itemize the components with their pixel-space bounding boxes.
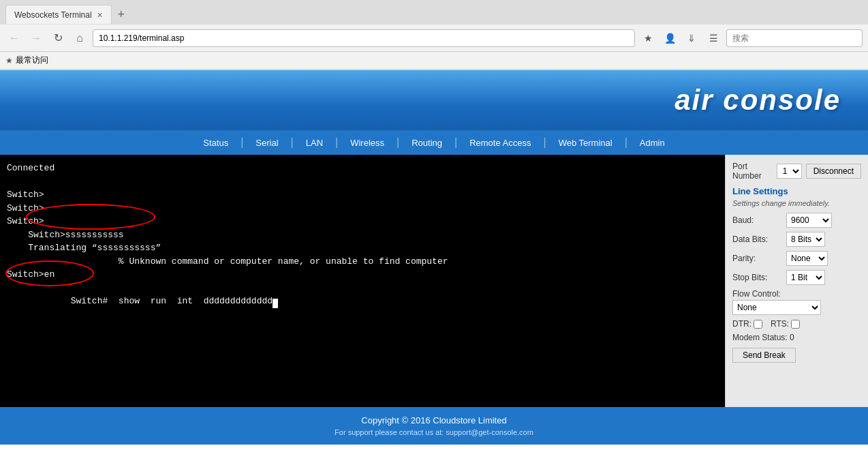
rts-item: RTS: <box>771 319 800 329</box>
terminal-line-9: Switch# show run int ddddddddddddd <box>7 282 718 322</box>
browser-chrome: Websockets Terminal × + ← → ↻ ⌂ ★ 👤 ⇓ ☰ … <box>0 0 868 70</box>
tab-title: Websockets Terminal <box>14 10 92 20</box>
baud-row: Baud: 9600 1200 2400 4800 19200 38400 57… <box>732 213 861 228</box>
active-tab[interactable]: Websockets Terminal × <box>5 5 112 24</box>
reload-button[interactable]: ↻ <box>49 29 67 47</box>
parity-row: Parity: None Even Odd Mark Space <box>732 251 861 266</box>
nav-serial[interactable]: Serial <box>243 130 290 155</box>
nav-routing[interactable]: Routing <box>399 130 454 155</box>
site-nav: Status | Serial | LAN | Wireless | Routi… <box>0 130 868 155</box>
stop-bits-select[interactable]: 1 Bit 2 Bits <box>786 270 825 285</box>
settings-note: Settings change immediately. <box>732 199 861 207</box>
nav-remote-access[interactable]: Remote Access <box>457 130 543 155</box>
dtr-checkbox[interactable] <box>754 320 762 329</box>
address-bar[interactable] <box>93 29 635 47</box>
nav-web-terminal[interactable]: Web Terminal <box>546 130 625 155</box>
port-number-label: Port Number <box>732 162 773 181</box>
new-tab-button[interactable]: + <box>112 5 131 24</box>
tab-close-button[interactable]: × <box>97 10 103 20</box>
download-icon[interactable]: ⇓ <box>683 29 700 47</box>
send-break-button[interactable]: Send Break <box>732 348 796 363</box>
nav-icons: ★ 👤 ⇓ ☰ <box>639 29 722 47</box>
terminal-line-1 <box>7 175 718 189</box>
settings-icon[interactable]: ☰ <box>704 29 722 47</box>
forward-button[interactable]: → <box>27 29 45 47</box>
data-bits-row: Data Bits: 8 Bits 7 Bits 6 Bits 5 Bits <box>732 232 861 247</box>
parity-label: Parity: <box>732 254 784 263</box>
terminal-line-2: Switch> <box>7 188 718 202</box>
nav-status[interactable]: Status <box>191 130 241 155</box>
settings-sidebar: Port Number 1 Disconnect Line Settings S… <box>725 155 868 407</box>
dtr-item: DTR: <box>732 319 762 329</box>
bookmark-icon: ★ <box>5 56 13 65</box>
dtr-label: DTR: <box>732 319 751 329</box>
user-icon[interactable]: 👤 <box>661 29 679 47</box>
tab-bar: Websockets Terminal × + <box>0 0 868 25</box>
terminal-cursor <box>273 299 278 308</box>
terminal-line-4: Switch> <box>7 215 718 228</box>
site-header: air console <box>0 70 868 130</box>
terminal[interactable]: Connected Switch> Switch> Switch> Switch… <box>0 155 725 407</box>
terminal-line-8: Switch>en <box>7 268 718 282</box>
rts-checkbox[interactable] <box>791 320 800 329</box>
terminal-line-5: Switch>sssssssssss <box>7 228 718 242</box>
flow-control-select[interactable]: None RTS/CTS Xon/Xoff <box>732 300 821 315</box>
back-button[interactable]: ← <box>5 29 23 47</box>
terminal-line-6: Translating “sssssssssss” <box>7 241 718 255</box>
nav-lan[interactable]: LAN <box>294 130 335 155</box>
site-footer: Copyright © 2016 Cloudstore Limited For … <box>0 407 868 445</box>
baud-label: Baud: <box>732 215 784 225</box>
parity-select[interactable]: None Even Odd Mark Space <box>786 251 828 266</box>
flow-control-row: Flow Control: None RTS/CTS Xon/Xoff <box>732 289 861 315</box>
page: air console Status | Serial | LAN | Wire… <box>0 70 868 445</box>
port-number-select[interactable]: 1 <box>777 164 802 179</box>
terminal-line-0: Connected <box>7 162 718 175</box>
bookmarks-label: 最常访问 <box>16 55 48 66</box>
bookmarks-bar: ★ 最常访问 <box>0 52 868 70</box>
stop-bits-label: Stop Bits: <box>732 273 784 282</box>
rts-label: RTS: <box>771 319 789 329</box>
nav-wireless[interactable]: Wireless <box>338 130 397 155</box>
bookmark-star-icon[interactable]: ★ <box>639 29 657 47</box>
search-input[interactable] <box>726 29 863 47</box>
disconnect-button[interactable]: Disconnect <box>806 164 861 179</box>
checkbox-row: DTR: RTS: <box>732 319 861 329</box>
footer-support: For support please contact us at: suppor… <box>8 428 860 436</box>
navigation-bar: ← → ↻ ⌂ ★ 👤 ⇓ ☰ <box>0 25 868 52</box>
data-bits-select[interactable]: 8 Bits 7 Bits 6 Bits 5 Bits <box>786 232 825 247</box>
home-button[interactable]: ⌂ <box>71 29 89 47</box>
port-row: Port Number 1 Disconnect <box>732 162 861 181</box>
main-area: Connected Switch> Switch> Switch> Switch… <box>0 155 868 407</box>
site-logo: air console <box>675 84 841 117</box>
terminal-line-7: % Unknown command or computer name, or u… <box>7 255 718 269</box>
modem-status: Modem Status: 0 <box>732 333 861 342</box>
stop-bits-row: Stop Bits: 1 Bit 2 Bits <box>732 270 861 285</box>
line-settings-title: Line Settings <box>732 186 861 196</box>
baud-select[interactable]: 9600 1200 2400 4800 19200 38400 57600 11… <box>786 213 832 228</box>
flow-control-label: Flow Control: <box>732 289 861 299</box>
data-bits-label: Data Bits: <box>732 235 784 244</box>
terminal-line-3: Switch> <box>7 202 718 215</box>
nav-admin[interactable]: Admin <box>627 130 677 155</box>
footer-copyright: Copyright © 2016 Cloudstore Limited <box>8 415 860 425</box>
